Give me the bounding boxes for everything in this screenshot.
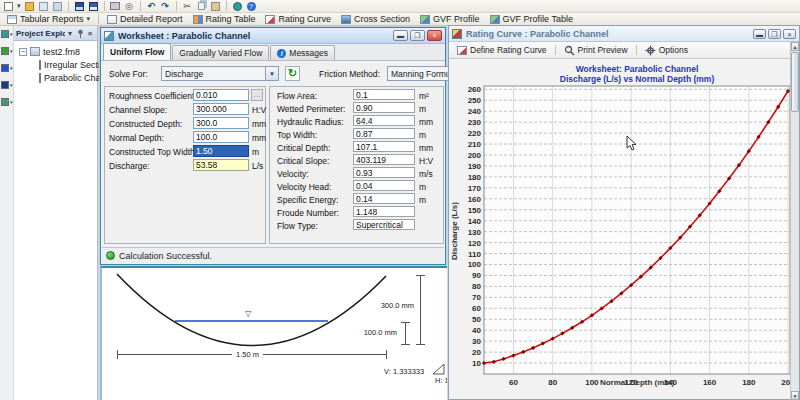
svg-text:90: 90 bbox=[472, 271, 481, 280]
curve-tool-icon bbox=[1, 64, 9, 72]
constructed-depth-input[interactable] bbox=[193, 117, 249, 129]
options-button[interactable]: Options bbox=[641, 43, 692, 58]
panel-menu-icon[interactable]: ▾ bbox=[65, 28, 75, 39]
new-document-icon[interactable] bbox=[3, 1, 14, 11]
svg-text:190: 190 bbox=[468, 162, 482, 171]
undo-icon[interactable]: ↶ bbox=[146, 1, 157, 11]
copy-icon[interactable] bbox=[196, 1, 207, 11]
discharge-input[interactable] bbox=[193, 159, 249, 171]
flow-type-output: Supercritical bbox=[353, 219, 415, 230]
print-preview-button[interactable]: Print Preview bbox=[560, 43, 632, 58]
collapse-icon[interactable]: − bbox=[19, 48, 27, 56]
vertical-scrollbar[interactable]: ▲ ▼ bbox=[790, 42, 799, 400]
svg-text:10: 10 bbox=[472, 359, 481, 368]
left-tool-strip: ▾ ▾ ▾ ▾ ▾ bbox=[0, 26, 14, 400]
project-explorer-panel: Project Explorer ▾ × − test2.fm8 Irregul… bbox=[14, 26, 98, 400]
ellipsis-button[interactable]: … bbox=[251, 89, 263, 101]
svg-text:120: 120 bbox=[468, 239, 482, 248]
channel-slope-input[interactable] bbox=[193, 103, 249, 115]
print-preview-icon[interactable]: ◎ bbox=[124, 1, 135, 11]
strip-tool-2-button[interactable]: ▾ bbox=[1, 47, 13, 55]
cross-section-icon bbox=[341, 15, 351, 24]
profile-tool-icon bbox=[1, 81, 9, 89]
tab-gradually-varied-flow[interactable]: Gradually Varied Flow bbox=[172, 45, 269, 60]
worksheet-titlebar[interactable]: Worksheet : Parabolic Channel ▬ ❒ × bbox=[101, 28, 445, 44]
tabular-reports-button[interactable]: Tabular Reports▾ bbox=[3, 13, 94, 25]
pin-icon[interactable] bbox=[75, 28, 85, 39]
tree-node-irregular-section[interactable]: Irregular Section bbox=[19, 58, 97, 71]
rating-curve-titlebar[interactable]: Rating Curve : Parabolic Channel ▬ ❒ × bbox=[449, 26, 799, 42]
export-icon[interactable] bbox=[52, 1, 63, 11]
new-dropdown-icon[interactable]: ▾ bbox=[17, 2, 21, 10]
success-icon bbox=[106, 251, 115, 260]
chevron-down-icon: ▾ bbox=[87, 15, 91, 23]
detailed-report-button[interactable]: Detailed Report bbox=[103, 13, 187, 25]
strip-tool-3-button[interactable]: ▾ bbox=[1, 64, 13, 72]
scale-triangle-icon bbox=[432, 363, 446, 376]
define-rating-curve-button[interactable]: Define Rating Curve bbox=[453, 43, 551, 58]
normal-depth-input[interactable] bbox=[193, 131, 249, 143]
rating-curve-button[interactable]: Rating Curve bbox=[261, 13, 335, 25]
scroll-up-icon[interactable]: ▲ bbox=[791, 42, 799, 51]
solve-for-select[interactable]: Discharge ▼ bbox=[161, 66, 279, 81]
worksheet-node-icon bbox=[39, 60, 41, 70]
help-icon[interactable]: ? bbox=[246, 1, 257, 11]
constructed-depth-label: Constructed Depth: bbox=[109, 119, 182, 129]
options-globe-icon[interactable] bbox=[232, 1, 243, 11]
redo-icon[interactable]: ↷ bbox=[160, 1, 171, 11]
cross-section-button[interactable]: Cross Section bbox=[337, 13, 414, 25]
rating-table-button[interactable]: Rating Table bbox=[189, 13, 260, 25]
friction-method-label: Friction Method: bbox=[319, 69, 380, 79]
velocity-output: 0.93 bbox=[353, 167, 415, 178]
minimize-button[interactable]: ▬ bbox=[393, 30, 408, 41]
maximize-button[interactable]: ❒ bbox=[410, 30, 425, 41]
critical-depth-output: 107.1 bbox=[353, 141, 415, 152]
open-folder-icon[interactable] bbox=[24, 1, 35, 11]
svg-text:80: 80 bbox=[472, 282, 481, 291]
constructed-depth-dim: 300.0 mm bbox=[370, 301, 414, 310]
print-icon[interactable] bbox=[110, 1, 121, 11]
close-button[interactable]: × bbox=[427, 30, 442, 41]
constructed-top-width-input[interactable] bbox=[193, 145, 249, 157]
import-icon[interactable] bbox=[38, 1, 49, 11]
strip-tool-4-button[interactable]: ▾ bbox=[1, 81, 13, 89]
gvf-profile-button[interactable]: GVF Profile bbox=[416, 13, 484, 25]
critical-slope-output: 403.119 bbox=[353, 154, 415, 165]
worksheet-node-icon bbox=[39, 73, 41, 83]
maximize-button[interactable]: ❒ bbox=[768, 29, 781, 39]
cut-icon[interactable]: ✂ bbox=[182, 1, 193, 11]
project-explorer-title: Project Explorer bbox=[16, 29, 65, 38]
save-all-icon[interactable] bbox=[88, 1, 99, 11]
strip-tool-5-button[interactable]: ▾ bbox=[1, 98, 13, 106]
strip-tool-1-button[interactable]: ▾ bbox=[1, 30, 13, 38]
roughness-input[interactable] bbox=[193, 89, 249, 101]
svg-text:150: 150 bbox=[468, 206, 482, 215]
scrollbar-thumb[interactable] bbox=[791, 52, 799, 112]
refresh-button[interactable]: ↻ bbox=[285, 66, 300, 81]
tab-messages[interactable]: iMessages bbox=[270, 45, 335, 60]
channel-slope-label: Channel Slope: bbox=[109, 105, 167, 115]
normal-depth-dim: 100.0 mm bbox=[353, 328, 397, 337]
rating-curve-chart: 6080100120140160180200102030405060708090… bbox=[449, 59, 793, 400]
define-rating-curve-icon bbox=[457, 46, 467, 55]
save-icon[interactable] bbox=[74, 1, 85, 11]
scale-h-label: H: 1 bbox=[435, 376, 447, 385]
top-width-dim: 1.50 m bbox=[232, 350, 263, 359]
close-panel-icon[interactable]: × bbox=[85, 28, 95, 39]
svg-text:250: 250 bbox=[468, 96, 482, 105]
minimize-button[interactable]: ▬ bbox=[753, 29, 766, 39]
close-button[interactable]: × bbox=[783, 29, 796, 39]
tree-node-parabolic-channel[interactable]: Parabolic Channel bbox=[19, 71, 97, 84]
tree-node-root[interactable]: − test2.fm8 bbox=[19, 45, 97, 58]
paste-icon[interactable] bbox=[210, 1, 221, 11]
tab-uniform-flow[interactable]: Uniform Flow bbox=[103, 43, 171, 60]
svg-text:130: 130 bbox=[468, 228, 482, 237]
chart-x-axis-label: Normal Depth (mm) bbox=[484, 378, 790, 387]
svg-text:60: 60 bbox=[472, 304, 481, 313]
svg-text:170: 170 bbox=[468, 184, 482, 193]
svg-text:220: 220 bbox=[468, 129, 482, 138]
gvf-profile-table-button[interactable]: GVF Profile Table bbox=[486, 13, 577, 25]
scroll-down-icon[interactable]: ▼ bbox=[791, 391, 799, 400]
svg-text:230: 230 bbox=[468, 118, 482, 127]
gvf-profile-icon bbox=[420, 15, 430, 24]
